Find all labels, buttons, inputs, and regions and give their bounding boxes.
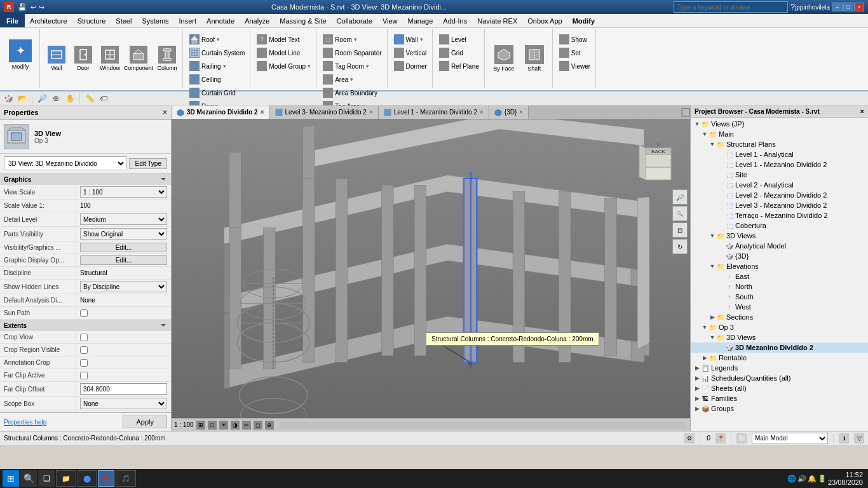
prop-value-visibility-graphics[interactable]: Edit... bbox=[76, 241, 171, 254]
battery-icon[interactable]: 🔋 bbox=[818, 475, 827, 483]
ribbon-btn-window[interactable]: Window bbox=[97, 36, 123, 81]
quick-access-undo[interactable]: ↩ bbox=[31, 3, 36, 11]
minimize-button[interactable]: − bbox=[832, 3, 843, 11]
prop-select-parts-visibility[interactable]: Show Original bbox=[80, 228, 167, 240]
properties-help-link[interactable]: Properties help bbox=[4, 419, 46, 426]
status-info-icon[interactable]: ℹ bbox=[839, 433, 849, 444]
start-button[interactable]: ⊞ bbox=[3, 470, 19, 487]
prop-value-graphic-display[interactable]: Edit... bbox=[76, 254, 171, 266]
prop-checkbox-far-clip-active[interactable] bbox=[80, 372, 88, 379]
pb-toggle-groups[interactable]: ▶ bbox=[693, 405, 701, 412]
menu-file[interactable]: File bbox=[0, 14, 25, 27]
ribbon-btn-shaft[interactable]: Shaft bbox=[520, 36, 548, 81]
ribbon-btn-curtain-system[interactable]: Curtain System bbox=[187, 46, 247, 59]
ribbon-btn-room-separator[interactable]: Room Separator bbox=[320, 46, 384, 59]
menu-collaborate[interactable]: Collaborate bbox=[332, 14, 377, 27]
viewport-temporary-icon[interactable]: ◻ bbox=[254, 421, 262, 430]
menu-steel[interactable]: Steel bbox=[111, 14, 137, 27]
toolbar-zoom-icon[interactable]: ⊕ bbox=[50, 93, 62, 104]
pb-toggle-3dviews-main[interactable]: ▼ bbox=[709, 232, 716, 240]
nav-zoom-out-button[interactable]: 🔍 bbox=[672, 206, 688, 221]
pb-item-families[interactable]: ▶ 🏗 Families bbox=[691, 393, 868, 403]
prop-type-selector[interactable]: 3D View: 3D Mezanino Dividido bbox=[4, 156, 126, 170]
prop-value-parts-visibility[interactable]: Show Original bbox=[76, 227, 171, 241]
ribbon-btn-show[interactable]: Show bbox=[557, 33, 593, 46]
pb-item-structural-plans[interactable]: ▼ 📁 Structural Plans bbox=[691, 139, 868, 149]
ribbon-btn-grid[interactable]: Grid bbox=[437, 46, 482, 59]
pb-item-groups[interactable]: ▶ 📦 Groups bbox=[691, 403, 868, 414]
ribbon-btn-vertical[interactable]: Vertical bbox=[391, 46, 430, 59]
toolbar-navigate-icon[interactable]: 🔎 bbox=[36, 93, 48, 104]
prop-select-scope-box[interactable]: None bbox=[80, 398, 167, 409]
pb-item-elevations[interactable]: ▼ 📁 Elevations bbox=[691, 261, 868, 271]
close-button[interactable]: × bbox=[854, 3, 864, 11]
maximize-button[interactable]: □ bbox=[843, 3, 853, 11]
ribbon-btn-modify[interactable]: ✦ Modify bbox=[4, 32, 37, 78]
menu-massing[interactable]: Massing & Site bbox=[275, 14, 331, 27]
menu-systems[interactable]: Systems bbox=[137, 14, 173, 27]
prop-value-view-scale[interactable]: 1 : 100 bbox=[76, 185, 171, 199]
search-button[interactable]: 🔍 bbox=[20, 470, 37, 487]
pb-item-op3[interactable]: ▼ 📁 Op 3 bbox=[691, 322, 868, 332]
viewport-sun-icon[interactable]: ☀ bbox=[219, 421, 228, 430]
pb-item-east[interactable]: ▶ ↑ East bbox=[691, 271, 868, 281]
pb-item-3d-mezanino-selected[interactable]: ▶ 🎲 3D Mezanino Dividido 2 bbox=[691, 342, 868, 353]
ribbon-btn-wall[interactable]: Wall bbox=[44, 36, 69, 81]
pb-item-south[interactable]: ▶ ↑ South bbox=[691, 292, 868, 302]
prop-checkbox-annotation-crop[interactable] bbox=[80, 359, 88, 367]
ribbon-btn-ceiling[interactable]: Ceiling bbox=[187, 73, 247, 86]
prop-checkbox-sun-path[interactable] bbox=[80, 309, 88, 317]
toolbar-tag-icon[interactable]: 🏷 bbox=[98, 93, 109, 104]
ribbon-btn-railing[interactable]: Railing ▾ bbox=[187, 60, 247, 72]
pb-item-schedules[interactable]: ▶ 📊 Schedules/Quantities (all) bbox=[691, 373, 868, 383]
viewport-crop-icon[interactable]: ✂ bbox=[242, 421, 251, 430]
pb-toggle-op3[interactable]: ▼ bbox=[701, 323, 709, 331]
menu-architecture[interactable]: Architecture bbox=[25, 14, 72, 27]
menu-structure[interactable]: Structure bbox=[72, 14, 111, 27]
status-filter-icon[interactable]: ▽ bbox=[854, 433, 864, 444]
network-icon[interactable]: 🌐 bbox=[787, 475, 796, 483]
notification-icon[interactable]: 🔔 bbox=[808, 475, 817, 483]
prop-checkbox-crop-region[interactable] bbox=[80, 346, 88, 354]
pb-close-button[interactable]: × bbox=[860, 107, 864, 115]
menu-insert[interactable]: Insert bbox=[174, 14, 202, 27]
help-icon[interactable]: ? bbox=[790, 3, 795, 11]
prop-value-crop-view[interactable] bbox=[76, 331, 171, 343]
pb-toggle-rentable[interactable]: ▶ bbox=[701, 354, 709, 362]
pb-toggle-structural-plans[interactable]: ▼ bbox=[709, 140, 716, 148]
prop-input-far-clip-offset[interactable] bbox=[80, 383, 167, 395]
pb-item-legends[interactable]: ▶ 📋 Legends bbox=[691, 363, 868, 373]
ribbon-btn-set[interactable]: Set bbox=[557, 46, 593, 59]
ribbon-btn-component[interactable]: Component bbox=[124, 36, 153, 81]
viewport-scrollbar-h[interactable] bbox=[279, 422, 685, 428]
menu-manage[interactable]: Manage bbox=[403, 14, 438, 27]
prop-select-detail-level[interactable]: Medium bbox=[80, 214, 167, 225]
ribbon-btn-viewer[interactable]: Viewer bbox=[557, 60, 593, 72]
tab-close-level1[interactable]: × bbox=[480, 109, 484, 116]
toolbar-open-view-icon[interactable]: 📂 bbox=[17, 93, 28, 104]
pb-item-sections[interactable]: ▶ 📁 Sections bbox=[691, 312, 868, 322]
taskbar-browser[interactable]: ⬤ bbox=[78, 470, 97, 487]
viewport-worksets-icon[interactable]: ⊕ bbox=[265, 421, 274, 430]
ribbon-btn-model-text[interactable]: T Model Text bbox=[254, 33, 313, 46]
pb-item-level2-mez[interactable]: ▶ ⬚ Level 2 - Mezanino Dividido 2 bbox=[691, 190, 868, 200]
ribbon-btn-area[interactable]: Area ▾ bbox=[320, 73, 384, 86]
pb-toggle-sheets[interactable]: ▶ bbox=[693, 384, 701, 392]
toolbar-3d-view-icon[interactable]: 🎲 bbox=[3, 93, 14, 104]
pb-toggle-3dviews-op3[interactable]: ▼ bbox=[709, 334, 716, 341]
pb-toggle-schedules[interactable]: ▶ bbox=[693, 374, 701, 382]
ribbon-btn-area-boundary[interactable]: Area Boundary bbox=[320, 86, 384, 99]
prop-value-far-clip-offset[interactable] bbox=[76, 382, 171, 396]
status-settings-icon[interactable]: ⚙ bbox=[684, 433, 695, 444]
prop-value-detail-level[interactable]: Medium bbox=[76, 212, 171, 226]
prop-select-view-scale[interactable]: 1 : 100 bbox=[80, 186, 167, 198]
pb-item-rentable[interactable]: ▶ 📁 Rentable bbox=[691, 353, 868, 363]
menu-naviate[interactable]: Naviate REX bbox=[472, 14, 522, 27]
viewport-scale-icon[interactable]: ⊞ bbox=[196, 421, 205, 430]
menu-modify[interactable]: Modify bbox=[567, 14, 600, 27]
ribbon-btn-by-face[interactable]: By Face bbox=[490, 36, 518, 81]
taskbar-spotify[interactable]: 🎵 bbox=[116, 470, 136, 487]
viewport-canvas[interactable]: Structural Columns : Concreto-Redondo-Co… bbox=[172, 119, 690, 418]
pb-toggle-main[interactable]: ▼ bbox=[701, 130, 709, 138]
nav-zoom-in-button[interactable]: 🔎 bbox=[672, 189, 688, 205]
